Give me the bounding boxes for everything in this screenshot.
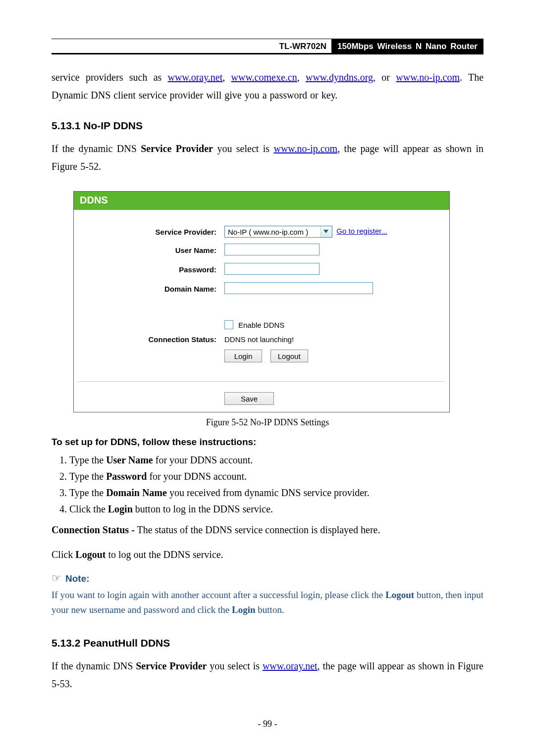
note-heading: ☞Note: [52, 572, 483, 585]
txt: you received from dynamic DNS service pr… [167, 487, 370, 498]
list-item: Click the Login button to log in the DDN… [69, 502, 483, 516]
panel-title: DDNS [74, 192, 449, 210]
logout-instruction: Click Logout to log out the DDNS service… [52, 547, 483, 562]
bold: Connection Status - [52, 524, 135, 535]
link-noip-2[interactable]: www.no-ip.com [273, 143, 337, 154]
sep: , [297, 72, 306, 83]
bold: Domain Name [106, 487, 167, 498]
figure-caption-5-52: Figure 5-52 No-IP DDNS Settings [52, 417, 483, 428]
pointing-hand-icon: ☞ [52, 572, 61, 584]
txt: button to log in the DDNS service. [133, 504, 273, 514]
password-input[interactable] [224, 263, 320, 275]
link-oray-2[interactable]: www.oray.net [263, 660, 318, 671]
product-tagline: 150Mbps Wireless N Nano Router [331, 39, 483, 53]
user-name-input[interactable] [224, 244, 320, 255]
link-dyndns[interactable]: www.dyndns.org [306, 72, 373, 83]
bold: Login [108, 504, 133, 514]
bold: Logout [75, 549, 106, 560]
enable-ddns-checkbox[interactable] [224, 320, 233, 329]
sec2-paragraph: If the dynamic DNS Service Provider you … [52, 657, 483, 693]
header-band: TL-WR702N 150Mbps Wireless N Nano Router [52, 39, 483, 54]
instructions-heading: To set up for DDNS, follow these instruc… [52, 437, 483, 448]
dropdown-value: No-IP ( www.no-ip.com ) [228, 228, 308, 236]
list-item: Type the Domain Name you received from d… [69, 485, 483, 500]
connection-status-note: Connection Status - The status of the DD… [52, 522, 483, 537]
ddns-panel: DDNS Service Provider: No-IP ( www.no-ip… [73, 191, 450, 412]
txt: you select is [217, 143, 273, 154]
txt: Click the [69, 504, 108, 514]
logout-button[interactable]: Logout [270, 350, 308, 362]
connection-status-value: DDNS not launching! [224, 335, 294, 344]
txt: Type the [69, 487, 106, 498]
bold-service-provider: Service Provider [141, 143, 213, 154]
txt: for your DDNS account. [147, 471, 247, 482]
txt: Type the [69, 454, 106, 465]
bold: User Name [106, 454, 153, 465]
txt: Type the [69, 471, 106, 482]
txt: to log out the DDNS service. [106, 549, 223, 560]
link-noip[interactable]: www.no-ip.com [396, 72, 460, 83]
txt: If the dynamic DNS [52, 660, 136, 671]
heading-5-13-2: 5.13.2 PeanutHull DDNS [52, 637, 483, 649]
sep-or: , or [373, 72, 396, 83]
label-password: Password: [74, 260, 220, 279]
list-item: Type the Password for your DDNS account. [69, 469, 483, 484]
heading-5-13-1: 5.13.1 No-IP DDNS [52, 120, 483, 132]
txt: you select is [210, 660, 263, 671]
sep: , [222, 72, 231, 83]
txt: The status of the DDNS service connectio… [135, 524, 380, 535]
list-item: Type the User Name for your DDNS account… [69, 453, 483, 467]
label-user-name: User Name: [74, 241, 220, 260]
label-connection-status: Connection Status: [74, 332, 220, 347]
note-label: Note: [65, 573, 90, 584]
bold: Logout [385, 590, 414, 600]
bold-service-provider: Service Provider [136, 660, 207, 671]
separator-line [78, 381, 445, 382]
save-button[interactable]: Save [224, 392, 274, 405]
intro-pre: service providers such as [52, 72, 168, 83]
service-provider-dropdown[interactable]: No-IP ( www.no-ip.com ) [224, 226, 332, 238]
enable-ddns-label: Enable DDNS [238, 321, 284, 329]
note-body: If you want to login again with another … [52, 588, 483, 617]
model-label: TL-WR702N [274, 39, 331, 53]
login-button[interactable]: Login [224, 350, 262, 362]
bold: Password [106, 471, 147, 482]
txt: button. [256, 605, 284, 615]
link-comexe[interactable]: www.comexe.cn [231, 72, 297, 83]
bold: Login [232, 605, 256, 615]
go-to-register-link[interactable]: Go to register... [336, 227, 387, 235]
txt: If the dynamic DNS [52, 143, 141, 154]
label-service-provider: Service Provider: [74, 223, 220, 241]
chevron-down-icon [321, 226, 332, 237]
instructions-list: Type the User Name for your DDNS account… [52, 453, 483, 516]
txt: If you want to login again with another … [52, 590, 385, 600]
sec1-paragraph: If the dynamic DNS Service Provider you … [52, 140, 483, 175]
label-domain-name: Domain Name: [74, 279, 220, 299]
intro-paragraph: service providers such as www.oray.net, … [52, 68, 483, 104]
txt: Click [52, 549, 75, 560]
domain-name-input[interactable] [224, 282, 373, 294]
page-number: - 99 - [0, 719, 535, 729]
link-oray[interactable]: www.oray.net [168, 72, 223, 83]
txt: for your DDNS account. [153, 454, 253, 465]
